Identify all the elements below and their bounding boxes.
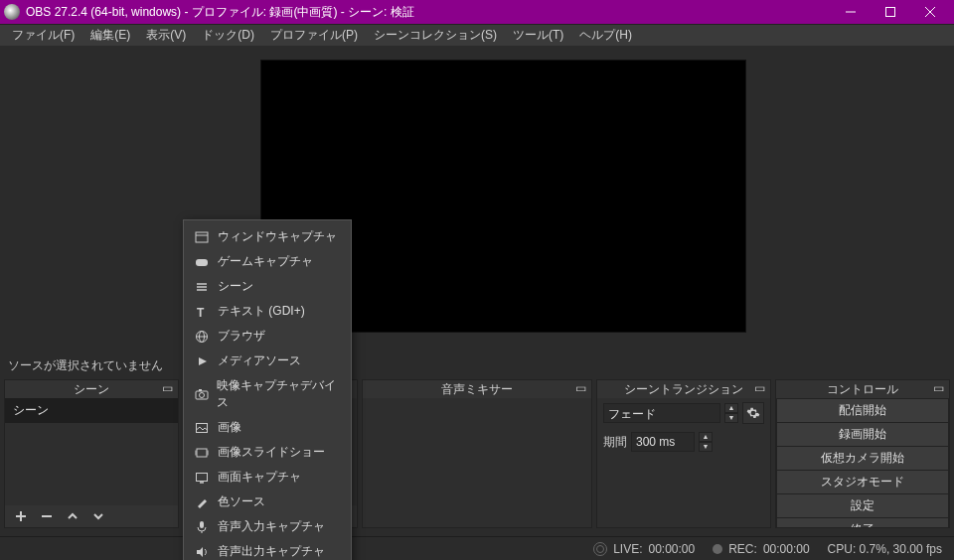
menu-tools[interactable]: ツール(T) [505, 25, 571, 46]
duration-input[interactable]: 300 ms [631, 432, 695, 452]
svg-point-24 [199, 393, 204, 398]
scene-row[interactable]: シーン [5, 398, 178, 423]
content-area: ソースが選択されていません シーン▭ シーン ソース▭ [0, 46, 954, 536]
svg-text:T: T [197, 306, 205, 319]
status-live: LIVE: 00:00:00 [593, 542, 695, 556]
popout-icon[interactable]: ▭ [160, 381, 174, 395]
gamepad-icon [194, 254, 210, 270]
menu-help[interactable]: ヘルプ(H) [571, 25, 640, 46]
app-logo-icon [4, 4, 20, 20]
context-menu-label: テキスト (GDI+) [218, 303, 305, 320]
svg-rect-14 [196, 259, 208, 266]
context-menu-item[interactable]: 色ソース [184, 490, 351, 514]
svg-rect-29 [208, 450, 209, 455]
close-button[interactable] [910, 0, 950, 24]
window-icon [194, 229, 210, 245]
add-scene-button[interactable] [11, 507, 31, 525]
scenes-panel: シーン▭ シーン [4, 379, 179, 528]
brush-icon [194, 494, 210, 510]
popout-icon[interactable]: ▭ [573, 381, 587, 395]
menu-dock[interactable]: ドック(D) [194, 25, 262, 46]
studio-mode-button[interactable]: スタジオモード [776, 471, 949, 494]
svg-marker-34 [197, 547, 203, 557]
context-menu-label: ブラウザ [218, 328, 265, 345]
add-source-context-menu: ウィンドウキャプチャゲームキャプチャシーンTテキスト (GDI+)ブラウザメディ… [183, 219, 352, 560]
image-icon [194, 420, 210, 436]
duration-label: 期間 [603, 434, 627, 451]
context-menu-item[interactable]: メディアソース [184, 349, 351, 373]
maximize-button[interactable] [871, 0, 910, 24]
context-menu-item[interactable]: ブラウザ [184, 324, 351, 349]
scenes-list[interactable]: シーン [5, 398, 178, 505]
popout-icon[interactable]: ▭ [752, 381, 766, 395]
controls-panel: コントロール▭ 配信開始 録画開始 仮想カメラ開始 スタジオモード 設定 終了 [775, 379, 950, 528]
context-menu-item[interactable]: 画面キャプチャ [184, 465, 351, 490]
transitions-panel: シーントランジション▭ フェード ▲▼ 期間 300 ms ▲▼ [596, 379, 771, 528]
remove-scene-button[interactable] [37, 507, 57, 525]
context-menu-item[interactable]: ウィンドウキャプチャ [184, 224, 351, 249]
menubar: ファイル(F) 編集(E) 表示(V) ドック(D) プロファイル(P) シーン… [0, 24, 954, 46]
svg-rect-28 [196, 450, 197, 455]
transitions-header: シーントランジション▭ [597, 380, 770, 398]
svg-marker-22 [199, 357, 207, 365]
transitions-body: フェード ▲▼ 期間 300 ms ▲▼ [597, 398, 770, 527]
exit-button[interactable]: 終了 [776, 518, 949, 527]
context-menu-label: ウィンドウキャプチャ [218, 228, 337, 245]
scenes-header: シーン▭ [5, 380, 178, 398]
popout-icon[interactable]: ▭ [931, 381, 945, 395]
svg-rect-25 [199, 389, 202, 391]
dock-panels: シーン▭ シーン ソース▭ 音声ミキ [0, 379, 954, 528]
svg-rect-27 [197, 449, 207, 457]
menu-edit[interactable]: 編集(E) [82, 25, 138, 46]
status-cpu: CPU: 0.7%, 30.00 fps [828, 542, 942, 556]
svg-rect-30 [197, 473, 208, 481]
svg-rect-32 [200, 521, 204, 528]
minimize-button[interactable] [831, 0, 871, 24]
transition-select[interactable]: フェード [603, 403, 720, 423]
context-menu-item[interactable]: ゲームキャプチャ [184, 249, 351, 274]
context-menu-label: 音声出力キャプチャ [218, 543, 325, 560]
mixer-body [363, 398, 591, 527]
broadcast-icon [593, 542, 607, 556]
context-menu-label: ゲームキャプチャ [218, 253, 313, 270]
menu-file[interactable]: ファイル(F) [4, 25, 82, 46]
context-menu-label: シーン [218, 278, 253, 295]
camera-icon [194, 386, 209, 402]
context-menu-item[interactable]: 画像 [184, 415, 351, 440]
context-menu-label: 音声入力キャプチャ [218, 518, 325, 535]
context-menu-item[interactable]: 音声入力キャプチャ [184, 514, 351, 539]
slideshow-icon [194, 445, 210, 461]
move-up-button[interactable] [63, 507, 82, 525]
context-menu-label: 画像 [218, 419, 241, 436]
menu-view[interactable]: 表示(V) [138, 25, 194, 46]
context-menu-item[interactable]: Tテキスト (GDI+) [184, 299, 351, 324]
context-menu-item[interactable]: 音声出力キャプチャ [184, 539, 351, 560]
svg-rect-12 [196, 232, 208, 242]
transition-select-stepper: ▲▼ [724, 403, 738, 423]
move-down-button[interactable] [88, 507, 108, 525]
no-source-label: ソースが選択されていません [8, 357, 163, 374]
settings-button[interactable]: 設定 [776, 494, 949, 518]
context-menu-item[interactable]: シーン [184, 274, 351, 299]
menu-profile[interactable]: プロファイル(P) [262, 25, 366, 46]
context-menu-label: 色ソース [218, 493, 265, 510]
context-menu-label: 画像スライドショー [218, 444, 325, 461]
menu-scenecollection[interactable]: シーンコレクション(S) [366, 25, 505, 46]
start-stream-button[interactable]: 配信開始 [776, 398, 949, 423]
mic-icon [194, 519, 210, 535]
controls-body: 配信開始 録画開始 仮想カメラ開始 スタジオモード 設定 終了 [776, 398, 949, 527]
mixer-header: 音声ミキサー▭ [363, 380, 591, 398]
context-menu-item[interactable]: 画像スライドショー [184, 440, 351, 465]
record-dot-icon [713, 544, 722, 554]
context-menu-label: メディアソース [218, 352, 301, 369]
titlebar: OBS 27.2.4 (64-bit, windows) - プロファイル: 録… [0, 0, 954, 24]
start-record-button[interactable]: 録画開始 [776, 423, 949, 447]
play-icon [194, 353, 210, 369]
context-menu-item[interactable]: 映像キャプチャデバイス [184, 373, 351, 415]
list-icon [194, 279, 210, 295]
transition-settings-button[interactable] [742, 402, 764, 424]
status-rec: REC: 00:00:00 [713, 542, 809, 556]
scenes-toolbar [5, 505, 178, 527]
start-virtualcam-button[interactable]: 仮想カメラ開始 [776, 447, 949, 471]
svg-rect-1 [886, 8, 895, 17]
